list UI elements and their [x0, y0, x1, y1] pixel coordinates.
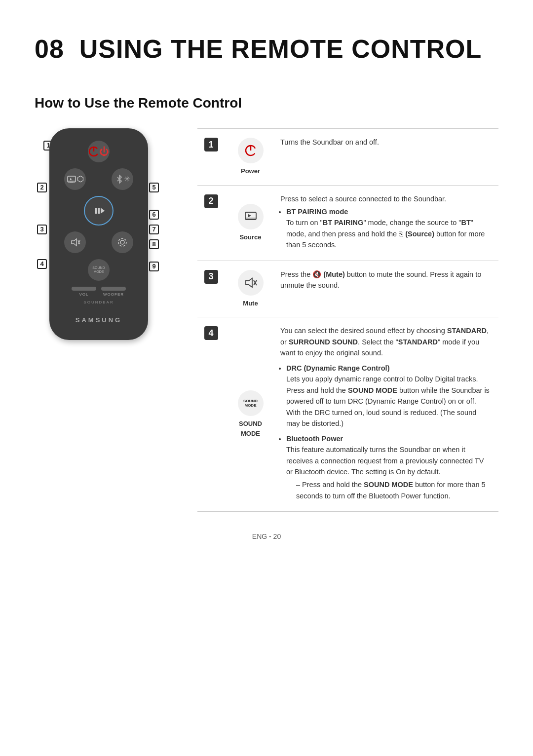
vol-label: VOL	[79, 292, 88, 298]
remote-wrapper: 1 2 3 4 5 6 7 8 9 10	[35, 128, 163, 340]
remote-row-playpause	[59, 196, 138, 226]
info-text-4: You can select the desired sound effect …	[276, 317, 498, 511]
svg-marker-8	[72, 239, 76, 246]
woofer-label: WOOFER	[103, 292, 124, 298]
info-table: 1 Power Turns the Soundbar on and off. 2	[197, 128, 498, 512]
info-icon-col-4: SOUNDMODE SOUND MODE	[225, 317, 276, 511]
remote-num-8: 8	[149, 239, 159, 249]
woofer-slider-block: WOOFER	[101, 287, 126, 298]
num-box-2: 2	[204, 194, 218, 208]
remote-sliders: VOL WOOFER	[59, 287, 138, 298]
playpause-icon	[92, 204, 106, 218]
page-footer: ENG - 20	[35, 531, 498, 542]
remote-num-4: 4	[37, 259, 47, 269]
info-row-4: 4 SOUNDMODE SOUND MODE You can select th…	[197, 317, 498, 512]
info-row-1: 1 Power Turns the Soundbar on and off.	[197, 129, 498, 186]
remote-num-3: 3	[37, 225, 47, 234]
remote-row-power	[59, 141, 138, 162]
remote-num-9: 9	[149, 262, 159, 271]
remote-settings-button[interactable]	[112, 231, 133, 253]
page-title: 08 USING THE REMOTE CONTROL	[35, 30, 498, 68]
info-icon-col-2: Source	[225, 186, 276, 261]
remote-container: 1 2 3 4 5 6 7 8 9 10	[35, 128, 183, 340]
soundbar-label: SOUNDBAR	[83, 300, 114, 305]
mute-icon-circle	[238, 270, 264, 296]
power-display-icon	[244, 144, 258, 157]
info-icon-col-1: Power	[225, 129, 276, 185]
main-layout: 1 2 3 4 5 6 7 8 9 10	[35, 128, 498, 512]
remote-source-button[interactable]	[64, 168, 86, 190]
svg-point-11	[120, 240, 124, 244]
soundmode-label: SOUND MODE	[228, 419, 272, 438]
info-icon-col-3: Mute	[225, 261, 276, 317]
vol-slider[interactable]	[72, 287, 96, 291]
source-display-icon	[243, 209, 258, 224]
info-num-1: 1	[197, 129, 225, 185]
remote-row-mute-settings	[59, 231, 138, 253]
section-title: How to Use the Remote Control	[35, 93, 498, 113]
power-icon	[88, 146, 99, 157]
remote-row-soundmode: SOUNDMODE	[59, 259, 138, 281]
power-icon-circle	[238, 138, 264, 163]
info-text-1: Turns the Soundbar on and off.	[276, 129, 498, 185]
remote-mute-button[interactable]	[64, 231, 86, 253]
remote-power-button[interactable]	[88, 141, 110, 162]
num-box-3: 3	[204, 270, 218, 284]
mute-display-icon	[243, 275, 258, 290]
soundmode-icon-circle: SOUNDMODE	[238, 390, 264, 416]
power-label: Power	[241, 166, 260, 176]
remote-row-source-bt	[59, 168, 138, 190]
info-row-2: 2 Source Press to select a source connec…	[197, 186, 498, 261]
footer-text: ENG - 20	[252, 532, 281, 540]
source-icon-circle	[238, 204, 264, 229]
remote-brand: SAMSUNG	[76, 315, 122, 325]
svg-marker-7	[101, 208, 105, 214]
remote-num-5: 5	[149, 183, 159, 192]
svg-rect-6	[98, 208, 100, 214]
remote-bt-button[interactable]	[112, 168, 133, 190]
info-text-2: Press to select a source connected to th…	[276, 186, 498, 261]
settings-icon	[117, 237, 128, 248]
mute-label: Mute	[243, 299, 258, 308]
bluetooth-icon	[115, 175, 124, 184]
num-box-4: 4	[204, 326, 218, 340]
remote-num-2: 2	[37, 183, 47, 192]
info-num-3: 3	[197, 261, 225, 317]
vol-slider-block: VOL	[72, 287, 96, 298]
source-icon	[66, 174, 77, 185]
remote-num-6: 6	[149, 210, 159, 220]
info-text-3: Press the 🔇 (Mute) button to mute the so…	[276, 261, 498, 317]
num-box-1: 1	[204, 138, 218, 151]
source-label: Source	[239, 232, 261, 242]
svg-point-12	[118, 238, 126, 246]
info-row-3: 3 Mute Press the 🔇 (Mute) button to mute…	[197, 261, 498, 318]
info-num-2: 2	[197, 186, 225, 261]
mute-icon	[70, 237, 80, 248]
info-num-4: 4	[197, 317, 225, 511]
remote-playpause-button[interactable]	[84, 196, 114, 226]
remote-soundmode-button[interactable]: SOUNDMODE	[88, 259, 110, 281]
remote-body: SOUNDMODE VOL WOOFER SOUNDBAR S	[49, 128, 148, 340]
svg-rect-5	[95, 208, 97, 214]
svg-marker-18	[246, 278, 252, 287]
remote-num-7: 7	[149, 225, 159, 234]
woofer-slider[interactable]	[101, 287, 126, 291]
